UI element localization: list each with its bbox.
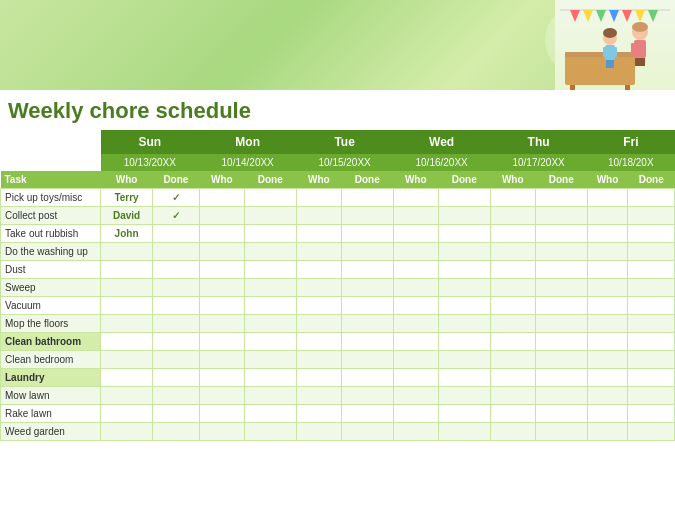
tue-who-cell[interactable] bbox=[296, 207, 341, 225]
mon-done-cell[interactable] bbox=[244, 387, 296, 405]
wed-done-cell[interactable] bbox=[438, 351, 490, 369]
wed-who-cell[interactable] bbox=[393, 405, 438, 423]
wed-done-cell[interactable] bbox=[438, 423, 490, 441]
tue-done-cell[interactable] bbox=[341, 369, 393, 387]
sun-done-cell[interactable] bbox=[153, 369, 200, 387]
sun-who-cell[interactable] bbox=[101, 333, 153, 351]
thu-who-cell[interactable] bbox=[490, 279, 535, 297]
wed-done-cell[interactable] bbox=[438, 315, 490, 333]
wed-done-cell[interactable] bbox=[438, 243, 490, 261]
wed-done-cell[interactable] bbox=[438, 333, 490, 351]
mon-who-cell[interactable] bbox=[199, 243, 244, 261]
wed-who-cell[interactable] bbox=[393, 297, 438, 315]
thu-done-cell[interactable] bbox=[535, 279, 587, 297]
sun-done-cell[interactable] bbox=[153, 387, 200, 405]
mon-who-cell[interactable] bbox=[199, 405, 244, 423]
mon-who-cell[interactable] bbox=[199, 207, 244, 225]
sun-done-cell[interactable] bbox=[153, 405, 200, 423]
thu-who-cell[interactable] bbox=[490, 369, 535, 387]
thu-done-cell[interactable] bbox=[535, 225, 587, 243]
mon-who-cell[interactable] bbox=[199, 297, 244, 315]
mon-done-cell[interactable] bbox=[244, 225, 296, 243]
fri-who-cell[interactable] bbox=[587, 207, 628, 225]
tue-who-cell[interactable] bbox=[296, 387, 341, 405]
sun-who-cell[interactable] bbox=[101, 261, 153, 279]
fri-done-cell[interactable] bbox=[628, 189, 675, 207]
thu-who-cell[interactable] bbox=[490, 351, 535, 369]
wed-who-cell[interactable] bbox=[393, 369, 438, 387]
fri-who-cell[interactable] bbox=[587, 387, 628, 405]
fri-who-cell[interactable] bbox=[587, 243, 628, 261]
mon-who-cell[interactable] bbox=[199, 423, 244, 441]
wed-who-cell[interactable] bbox=[393, 279, 438, 297]
wed-who-cell[interactable] bbox=[393, 387, 438, 405]
thu-who-cell[interactable] bbox=[490, 189, 535, 207]
wed-done-cell[interactable] bbox=[438, 297, 490, 315]
tue-done-cell[interactable] bbox=[341, 225, 393, 243]
tue-who-cell[interactable] bbox=[296, 261, 341, 279]
sun-done-cell[interactable] bbox=[153, 261, 200, 279]
mon-done-cell[interactable] bbox=[244, 369, 296, 387]
wed-done-cell[interactable] bbox=[438, 225, 490, 243]
sun-who-cell[interactable] bbox=[101, 369, 153, 387]
thu-done-cell[interactable] bbox=[535, 189, 587, 207]
thu-who-cell[interactable] bbox=[490, 315, 535, 333]
mon-done-cell[interactable] bbox=[244, 297, 296, 315]
thu-who-cell[interactable] bbox=[490, 405, 535, 423]
thu-done-cell[interactable] bbox=[535, 243, 587, 261]
sun-who-cell[interactable] bbox=[101, 351, 153, 369]
tue-done-cell[interactable] bbox=[341, 261, 393, 279]
tue-done-cell[interactable] bbox=[341, 189, 393, 207]
mon-who-cell[interactable] bbox=[199, 387, 244, 405]
tue-done-cell[interactable] bbox=[341, 351, 393, 369]
mon-done-cell[interactable] bbox=[244, 261, 296, 279]
wed-who-cell[interactable] bbox=[393, 225, 438, 243]
tue-done-cell[interactable] bbox=[341, 207, 393, 225]
tue-done-cell[interactable] bbox=[341, 279, 393, 297]
fri-who-cell[interactable] bbox=[587, 369, 628, 387]
wed-done-cell[interactable] bbox=[438, 189, 490, 207]
tue-who-cell[interactable] bbox=[296, 333, 341, 351]
thu-who-cell[interactable] bbox=[490, 387, 535, 405]
wed-who-cell[interactable] bbox=[393, 315, 438, 333]
mon-done-cell[interactable] bbox=[244, 243, 296, 261]
fri-who-cell[interactable] bbox=[587, 333, 628, 351]
fri-done-cell[interactable] bbox=[628, 261, 675, 279]
thu-done-cell[interactable] bbox=[535, 405, 587, 423]
fri-done-cell[interactable] bbox=[628, 333, 675, 351]
fri-who-cell[interactable] bbox=[587, 297, 628, 315]
fri-who-cell[interactable] bbox=[587, 279, 628, 297]
mon-done-cell[interactable] bbox=[244, 423, 296, 441]
fri-done-cell[interactable] bbox=[628, 243, 675, 261]
mon-who-cell[interactable] bbox=[199, 279, 244, 297]
thu-who-cell[interactable] bbox=[490, 207, 535, 225]
thu-done-cell[interactable] bbox=[535, 351, 587, 369]
tue-done-cell[interactable] bbox=[341, 405, 393, 423]
fri-who-cell[interactable] bbox=[587, 315, 628, 333]
fri-done-cell[interactable] bbox=[628, 369, 675, 387]
sun-done-cell[interactable] bbox=[153, 351, 200, 369]
fri-done-cell[interactable] bbox=[628, 279, 675, 297]
thu-who-cell[interactable] bbox=[490, 243, 535, 261]
mon-done-cell[interactable] bbox=[244, 405, 296, 423]
thu-done-cell[interactable] bbox=[535, 297, 587, 315]
sun-done-cell[interactable] bbox=[153, 225, 200, 243]
thu-who-cell[interactable] bbox=[490, 333, 535, 351]
fri-who-cell[interactable] bbox=[587, 405, 628, 423]
sun-who-cell[interactable]: Terry bbox=[101, 189, 153, 207]
mon-who-cell[interactable] bbox=[199, 189, 244, 207]
wed-done-cell[interactable] bbox=[438, 387, 490, 405]
tue-who-cell[interactable] bbox=[296, 243, 341, 261]
thu-who-cell[interactable] bbox=[490, 297, 535, 315]
sun-who-cell[interactable]: David bbox=[101, 207, 153, 225]
thu-who-cell[interactable] bbox=[490, 261, 535, 279]
mon-done-cell[interactable] bbox=[244, 207, 296, 225]
fri-done-cell[interactable] bbox=[628, 351, 675, 369]
tue-who-cell[interactable] bbox=[296, 225, 341, 243]
tue-who-cell[interactable] bbox=[296, 369, 341, 387]
sun-who-cell[interactable] bbox=[101, 297, 153, 315]
tue-done-cell[interactable] bbox=[341, 297, 393, 315]
fri-done-cell[interactable] bbox=[628, 207, 675, 225]
fri-done-cell[interactable] bbox=[628, 423, 675, 441]
mon-done-cell[interactable] bbox=[244, 315, 296, 333]
